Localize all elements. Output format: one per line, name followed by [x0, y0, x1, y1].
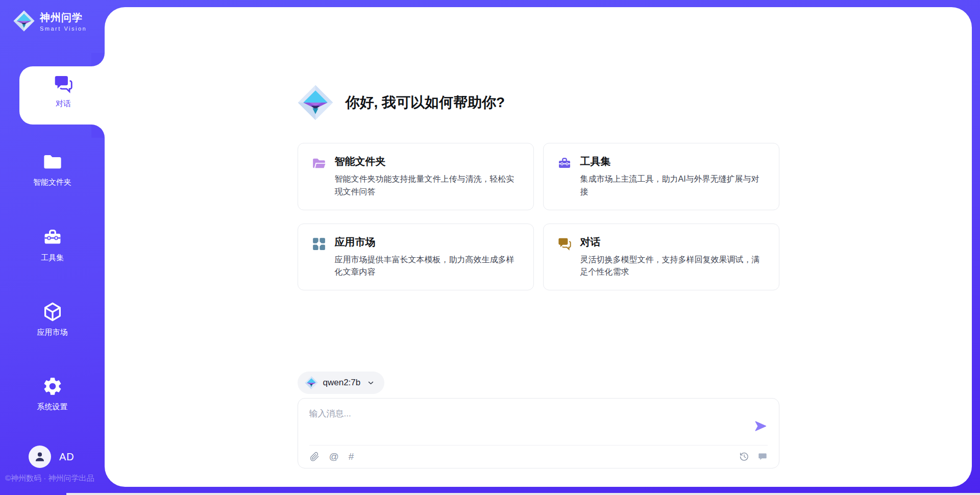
message-input[interactable] [309, 407, 753, 419]
gear-icon [42, 376, 63, 397]
send-button[interactable] [753, 419, 768, 433]
card-toolset[interactable]: 工具集 集成市场上主流工具，助力AI与外界无缝扩展与对接 [543, 143, 779, 210]
sidebar-item-app-market[interactable]: 应用市场 [0, 301, 105, 337]
main-panel: 你好, 我可以如何帮助你? 智能文件夹 智能文件夹功能支持批量文件上传与清洗，轻… [105, 7, 972, 487]
user-initials: AD [59, 451, 75, 463]
sidebar: 神州问学 Smart Vision 对话 智能文件夹 工具集 应用市场 系统设置… [0, 0, 105, 495]
card-title: 应用市场 [335, 235, 520, 249]
feature-cards: 智能文件夹 智能文件夹功能支持批量文件上传与清洗，轻松实现文件问答 工具集 集成… [298, 143, 779, 290]
sidebar-item-smart-folder[interactable]: 智能文件夹 [0, 151, 105, 187]
send-icon [753, 419, 768, 433]
sidebar-item-settings[interactable]: 系统设置 [0, 376, 105, 412]
brand-name: 神州问学 [40, 11, 87, 24]
person-icon [33, 450, 46, 463]
sidebar-footer-text: ©神州数码 · 神州问学出品 [5, 474, 94, 483]
card-title: 工具集 [580, 155, 766, 168]
folder-icon [42, 151, 63, 172]
card-description: 智能文件夹功能支持批量文件上传与清洗，轻松实现文件问答 [335, 173, 520, 199]
card-chat[interactable]: 对话 灵活切换多模型文件，支持多样回复效果调试，满足个性化需求 [543, 224, 779, 291]
greeting-gem-icon [298, 85, 333, 120]
sidebar-item-label: 智能文件夹 [0, 178, 105, 187]
hashtag-icon[interactable]: # [349, 452, 354, 462]
toolbox-icon [42, 227, 63, 248]
greeting-title: 你好, 我可以如何帮助你? [346, 93, 505, 112]
bottom-edge-strip [66, 493, 980, 495]
model-selector[interactable]: qwen2:7b [298, 372, 385, 394]
chat-icon [53, 73, 74, 95]
sidebar-item-chat[interactable]: 对话 [19, 66, 107, 125]
cube-icon [42, 301, 63, 323]
sidebar-item-label: 系统设置 [0, 402, 105, 412]
sidebar-item-label: 对话 [19, 99, 107, 109]
folder-open-icon [311, 156, 327, 171]
toolbox-icon [557, 156, 572, 171]
card-description: 集成市场上主流工具，助力AI与外界无缝扩展与对接 [580, 173, 766, 199]
grid-icon [311, 236, 327, 252]
card-smart-folder[interactable]: 智能文件夹 智能文件夹功能支持批量文件上传与清洗，轻松实现文件问答 [298, 143, 534, 210]
model-gem-icon [305, 376, 318, 389]
card-app-market[interactable]: 应用市场 应用市场提供丰富长文本模板，助力高效生成多样化文章内容 [298, 224, 534, 291]
mention-icon[interactable]: @ [329, 452, 339, 462]
chat-icon [557, 236, 572, 252]
model-name: qwen2:7b [323, 378, 361, 388]
sidebar-item-label: 工具集 [0, 253, 105, 263]
card-title: 智能文件夹 [335, 155, 520, 168]
card-description: 应用市场提供丰富长文本模板，助力高效生成多样化文章内容 [335, 254, 520, 279]
avatar [29, 445, 51, 468]
brand-gem-icon [13, 10, 35, 32]
greeting: 你好, 我可以如何帮助你? [298, 85, 779, 120]
user-account[interactable]: AD [29, 445, 75, 468]
active-tab-fillet-top [91, 53, 105, 66]
attachment-icon[interactable] [309, 452, 320, 462]
history-icon[interactable] [739, 452, 749, 462]
message-composer: @ # [298, 398, 779, 468]
sidebar-item-label: 应用市场 [0, 328, 105, 337]
active-tab-fillet-bottom [91, 125, 105, 138]
sidebar-item-toolset[interactable]: 工具集 [0, 227, 105, 263]
chevron-down-icon [366, 379, 375, 387]
card-description: 灵活切换多模型文件，支持多样回复效果调试，满足个性化需求 [580, 254, 766, 279]
card-title: 对话 [580, 235, 766, 249]
brand-logo: 神州问学 Smart Vision [13, 10, 87, 32]
brand-subtitle: Smart Vision [40, 26, 87, 32]
chat-bubble-icon[interactable] [757, 452, 768, 462]
